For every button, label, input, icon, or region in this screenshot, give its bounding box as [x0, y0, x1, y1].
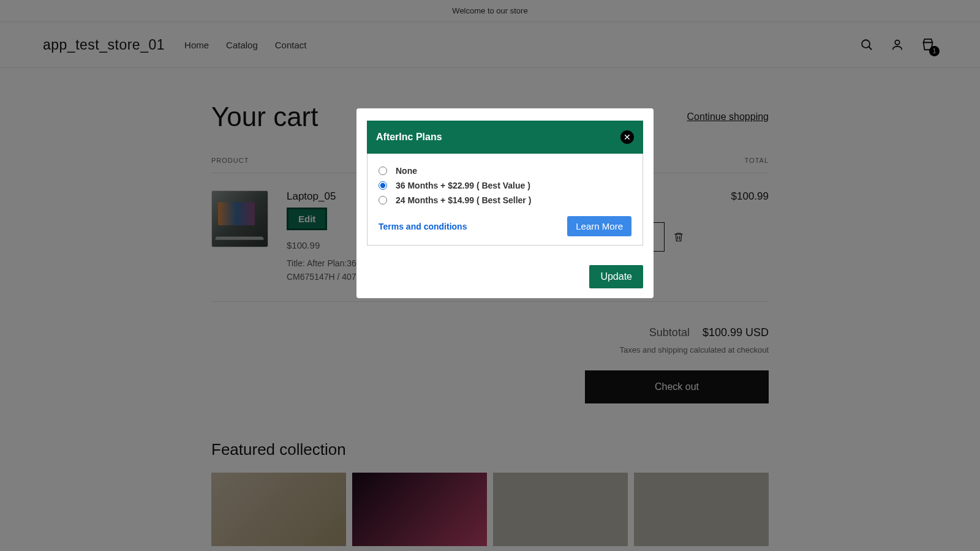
modal-footer: Update: [356, 258, 654, 298]
plan-radio-none[interactable]: [379, 167, 387, 175]
modal-links: Terms and conditions Learn More: [379, 216, 631, 236]
learn-more-button[interactable]: Learn More: [567, 216, 631, 236]
plan-radio-24[interactable]: [379, 196, 387, 204]
modal-title: AfterInc Plans: [376, 132, 442, 143]
close-button[interactable]: ✕: [620, 130, 634, 144]
update-button[interactable]: Update: [589, 265, 643, 288]
plans-modal: AfterInc Plans ✕ None 36 Months + $22.99…: [356, 108, 654, 298]
plan-option-none[interactable]: None: [379, 166, 631, 176]
plans-list: None 36 Months + $22.99 ( Best Value ) 2…: [367, 154, 643, 246]
terms-link[interactable]: Terms and conditions: [379, 222, 467, 231]
modal-header: AfterInc Plans ✕: [367, 121, 643, 154]
plan-radio-36[interactable]: [379, 181, 387, 190]
plan-label-none[interactable]: None: [396, 166, 417, 176]
plan-label-24[interactable]: 24 Months + $14.99 ( Best Seller ): [396, 195, 531, 205]
plan-option-36[interactable]: 36 Months + $22.99 ( Best Value ): [379, 181, 631, 190]
plan-label-36[interactable]: 36 Months + $22.99 ( Best Value ): [396, 181, 530, 190]
plan-option-24[interactable]: 24 Months + $14.99 ( Best Seller ): [379, 195, 631, 205]
close-icon: ✕: [624, 132, 631, 142]
